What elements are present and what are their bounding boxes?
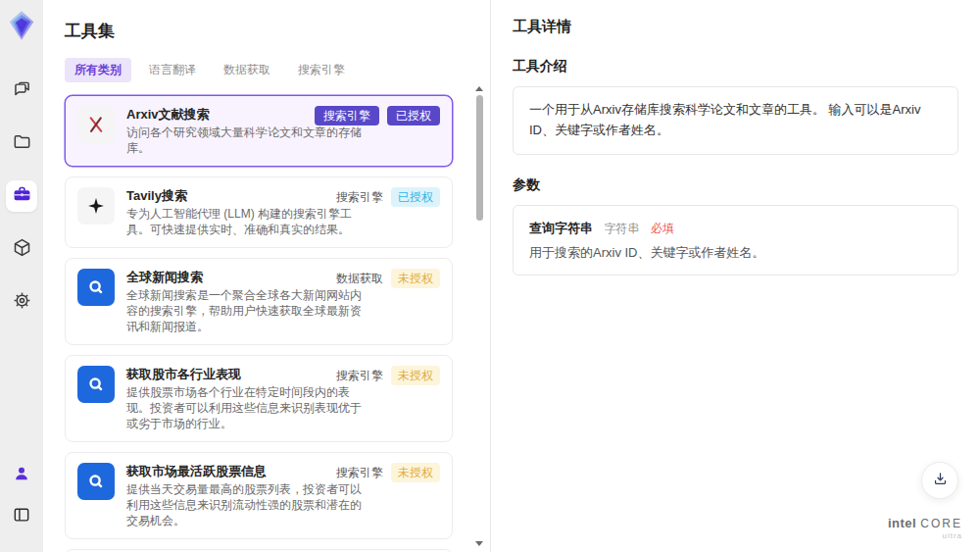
blue-search-icon [77, 463, 115, 500]
tool-description: 全球新闻搜索是一个聚合全球各大新闻网站内容的搜索引擎，帮助用户快速获取全球最新资… [126, 287, 368, 334]
intro-heading: 工具介绍 [513, 58, 958, 75]
intel-brand-sub-text: ultra [888, 531, 962, 540]
tool-intro-text: 一个用于从Arxiv存储库搜索科学论文和文章的工具。 输入可以是Arxiv ID… [513, 86, 958, 155]
param-required-badge: 必填 [651, 222, 674, 235]
tavily-star-icon [77, 187, 115, 225]
folder-icon [12, 131, 32, 156]
scroll-down-icon[interactable] [475, 541, 483, 546]
panel-toggle-icon [12, 505, 31, 528]
tool-detail-panel: 工具详情 工具介绍 一个用于从Arxiv存储库搜索科学论文和文章的工具。 输入可… [490, 0, 980, 552]
status-badge: 未授权 [391, 366, 440, 385]
status-badge: 已授权 [391, 187, 440, 207]
status-badge: 未授权 [391, 269, 440, 288]
app-logo-icon [7, 10, 36, 41]
tool-card-global-news[interactable]: 全球新闻搜索 全球新闻搜索是一个聚合全球各大新闻网站内容的搜索引擎，帮助用户快速… [65, 258, 453, 345]
blue-search-icon [77, 269, 115, 306]
tool-list-panel: 工具集 所有类别 语言翻译 数据获取 搜索引擎 Arxiv文献搜索 访问各个研究… [43, 0, 490, 552]
category-label: 搜索引擎 [336, 189, 383, 206]
cube-icon [12, 237, 32, 262]
scrollbar-thumb[interactable] [476, 95, 483, 221]
category-tabs: 所有类别 语言翻译 数据获取 搜索引擎 [65, 58, 468, 82]
category-badge: 搜索引擎 [315, 106, 379, 125]
scrollbar[interactable] [475, 86, 483, 546]
tool-card-sector-performance[interactable]: 获取股市各行业表现 提供股票市场各个行业在特定时间段内的表现。投资者可以利用这些… [65, 355, 453, 442]
status-badge: 未授权 [391, 463, 440, 482]
category-label: 搜索引擎 [336, 368, 383, 384]
page-title: 工具集 [65, 20, 468, 42]
briefcase-tools-icon [12, 184, 32, 209]
category-label: 搜索引擎 [336, 465, 383, 481]
sidebar-item-chat[interactable] [6, 75, 37, 106]
sidebar-item-tools[interactable] [6, 180, 37, 212]
status-badge: 已授权 [387, 106, 440, 125]
category-label: 数据获取 [336, 271, 383, 287]
param-name: 查询字符串 [529, 221, 593, 235]
tool-description: 专为人工智能代理 (LLM) 构建的搜索引擎工具。可快速提供实时、准确和真实的结… [126, 206, 368, 237]
core-brand-text: CORE [920, 517, 962, 530]
tool-description: 提供当天交易量最高的股票列表，投资者可以利用这些信息来识别流动性强的股票和潜在的… [126, 481, 368, 528]
tool-description: 提供股票市场各个行业在特定时间段内的表现。投资者可以利用这些信息来识别表现优于或… [126, 384, 368, 431]
intel-brand-text: intel [888, 516, 916, 530]
download-button[interactable] [921, 462, 958, 499]
chat-icon [12, 78, 32, 103]
panel-toggle[interactable] [6, 501, 37, 532]
tool-list: Arxiv文献搜索 访问各个研究领域大量科学论文和文章的存储库。 搜索引擎 已授… [65, 95, 468, 552]
blue-search-icon [77, 366, 115, 403]
tool-card-active-stocks[interactable]: 获取市场最活跃股票信息 提供当天交易量最高的股票列表，投资者可以利用这些信息来识… [65, 452, 453, 539]
user-avatar-icon [12, 464, 31, 487]
arxiv-logo-icon [77, 106, 115, 143]
sidebar [0, 0, 43, 552]
app-window: 工具集 所有类别 语言翻译 数据获取 搜索引擎 Arxiv文献搜索 访问各个研究… [0, 0, 980, 552]
sidebar-item-files[interactable] [6, 127, 37, 159]
scroll-up-icon[interactable] [475, 86, 483, 91]
tab-translation[interactable]: 语言翻译 [139, 58, 206, 82]
download-icon [932, 471, 949, 491]
tab-search-engine[interactable]: 搜索引擎 [288, 58, 355, 82]
sidebar-item-settings[interactable] [6, 286, 37, 318]
tab-data-fetch[interactable]: 数据获取 [214, 58, 280, 82]
intel-core-logo: intel CORE ultra [888, 516, 962, 540]
sidebar-item-models[interactable] [6, 233, 37, 265]
tool-card-tavily[interactable]: Tavily搜索 专为人工智能代理 (LLM) 构建的搜索引擎工具。可快速提供实… [65, 176, 453, 248]
param-description: 用于搜索的Arxiv ID、关键字或作者姓名。 [529, 244, 942, 262]
parameter-card: 查询字符串 字符串 必填 用于搜索的Arxiv ID、关键字或作者姓名。 [513, 205, 958, 276]
user-avatar[interactable] [6, 460, 37, 491]
gear-icon [12, 290, 32, 315]
param-type: 字符串 [604, 222, 639, 235]
tab-all-categories[interactable]: 所有类别 [65, 58, 131, 82]
details-title: 工具详情 [513, 18, 958, 36]
params-heading: 参数 [513, 176, 958, 194]
tool-description: 访问各个研究领域大量科学论文和文章的存储库。 [126, 125, 368, 156]
tool-card-arxiv[interactable]: Arxiv文献搜索 访问各个研究领域大量科学论文和文章的存储库。 搜索引擎 已授… [65, 95, 453, 167]
